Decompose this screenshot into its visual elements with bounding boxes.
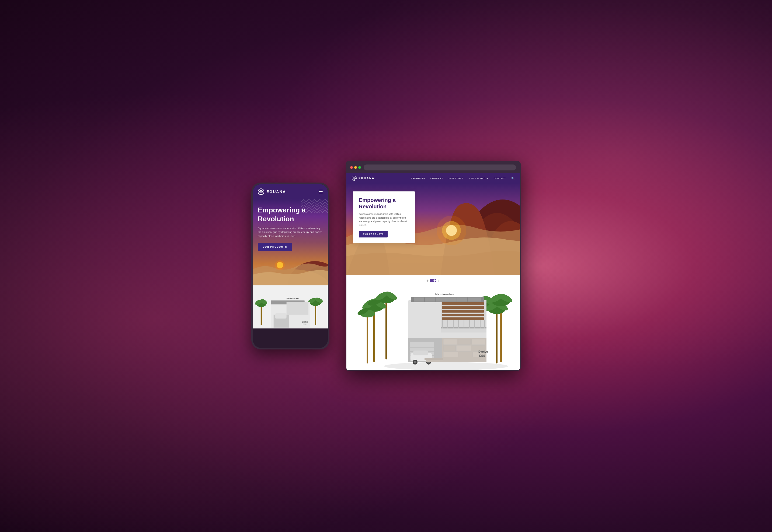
address-bar[interactable]	[363, 165, 516, 170]
svg-rect-65	[448, 320, 448, 328]
svg-rect-71	[480, 320, 481, 328]
svg-rect-98	[444, 339, 457, 345]
svg-rect-77	[442, 317, 484, 320]
svg-rect-49	[496, 311, 498, 363]
svg-text:ESS: ESS	[303, 323, 306, 325]
hero-card-title: Empowering a Revolution	[359, 197, 409, 210]
svg-rect-76	[442, 314, 484, 316]
svg-rect-108	[426, 360, 442, 362]
svg-rect-3	[301, 199, 328, 213]
desktop-browser: EGUANA PRODUCTS COMPANY INVESTORS NEWS &…	[345, 161, 521, 371]
svg-rect-70	[474, 320, 475, 328]
svg-rect-64	[442, 320, 443, 328]
search-icon[interactable]: 🔍	[511, 177, 515, 180]
mobile-screen: EGUANA ☰ Empowering a Revolution	[253, 184, 328, 348]
svg-rect-72	[484, 320, 485, 328]
svg-text:Microinverters: Microinverters	[435, 293, 454, 296]
site-hero-section: Empowering a Revolution Eguana connects …	[346, 183, 520, 275]
mobile-device: EGUANA ☰ Empowering a Revolution	[251, 183, 329, 349]
browser-window-controls	[350, 166, 361, 169]
svg-rect-21	[275, 313, 286, 319]
site-product-section: ✱ ☾	[346, 275, 520, 370]
devices-container: EGUANA ☰ Empowering a Revolution	[251, 161, 521, 371]
svg-rect-37	[385, 300, 387, 359]
close-button[interactable]	[350, 166, 353, 169]
svg-rect-100	[472, 339, 485, 345]
svg-text:ESS: ESS	[479, 354, 485, 357]
site-logo-text: EGUANA	[358, 177, 375, 180]
mobile-logo: EGUANA	[258, 188, 286, 195]
svg-rect-74	[442, 306, 484, 309]
mobile-second-section: Microinverters Evolve ESS	[253, 285, 328, 328]
svg-point-8	[275, 260, 285, 270]
svg-rect-67	[458, 320, 459, 328]
nav-products[interactable]: PRODUCTS	[411, 177, 425, 180]
svg-text:Microinverters: Microinverters	[286, 297, 299, 299]
svg-rect-105	[459, 352, 472, 357]
svg-text:Evolve: Evolve	[302, 321, 308, 323]
site-logo: EGUANA	[352, 176, 375, 181]
svg-point-112	[384, 362, 508, 370]
svg-rect-9	[261, 304, 262, 325]
svg-rect-13	[315, 303, 316, 325]
svg-rect-75	[442, 310, 484, 313]
nav-contact[interactable]: CONTACT	[494, 177, 506, 180]
svg-rect-38	[366, 315, 368, 363]
svg-rect-69	[469, 320, 470, 328]
hamburger-icon[interactable]: ☰	[319, 189, 323, 195]
svg-text:Evolve: Evolve	[479, 350, 488, 353]
svg-rect-79	[414, 297, 481, 302]
hero-cta-button[interactable]: OUR PRODUCTS	[359, 231, 388, 237]
mobile-hero-section: Empowering a Revolution Eguana connects …	[253, 199, 328, 285]
hero-content-card: Empowering a Revolution Eguana connects …	[353, 191, 415, 243]
svg-point-35	[437, 216, 466, 245]
mobile-logo-text: EGUANA	[266, 190, 286, 194]
hero-card-description: Eguana connects consumers with utilities…	[359, 212, 409, 227]
svg-rect-19	[286, 302, 308, 315]
svg-rect-101	[444, 345, 456, 351]
site-logo-icon	[352, 176, 356, 181]
site-navbar: EGUANA PRODUCTS COMPANY INVESTORS NEWS &…	[346, 173, 520, 183]
browser-screen: EGUANA PRODUCTS COMPANY INVESTORS NEWS &…	[346, 173, 520, 370]
svg-rect-107	[425, 358, 444, 360]
mobile-header: EGUANA ☰	[253, 184, 328, 199]
svg-rect-99	[458, 339, 470, 345]
site-nav-links: PRODUCTS COMPANY INVESTORS NEWS & MEDIA …	[411, 177, 515, 180]
svg-rect-104	[444, 352, 458, 357]
svg-rect-73	[442, 302, 484, 305]
svg-rect-102	[456, 345, 471, 351]
svg-rect-68	[464, 320, 465, 328]
nav-news-media[interactable]: NEWS & MEDIA	[469, 177, 488, 180]
mobile-hero-description: Eguana connects consumers with utilities…	[258, 226, 323, 238]
svg-rect-66	[453, 320, 454, 328]
browser-chrome	[346, 162, 520, 173]
minimize-button[interactable]	[354, 166, 357, 169]
mobile-logo-icon	[258, 188, 264, 195]
nav-investors[interactable]: INVESTORS	[449, 177, 463, 180]
svg-rect-36	[373, 308, 375, 362]
maximize-button[interactable]	[358, 166, 361, 169]
svg-rect-92	[413, 351, 428, 355]
nav-company[interactable]: COMPANY	[431, 177, 443, 180]
